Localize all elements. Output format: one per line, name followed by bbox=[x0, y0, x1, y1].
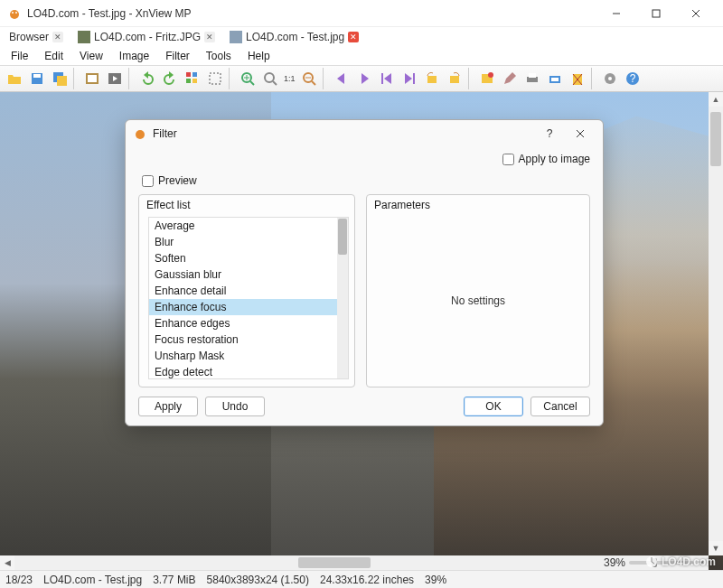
window-titlebar: LO4D.com - Test.jpg - XnView MP bbox=[0, 0, 723, 27]
undo-icon[interactable] bbox=[136, 68, 158, 89]
menu-tools[interactable]: Tools bbox=[199, 48, 239, 64]
dialog-title: Filter bbox=[153, 127, 534, 140]
close-tab-icon[interactable]: ✕ bbox=[348, 32, 359, 42]
tab-test[interactable]: LO4D.com - Test.jpg ✕ bbox=[224, 28, 364, 46]
preview-checkbox[interactable]: Preview bbox=[142, 174, 590, 187]
dialog-help-button[interactable]: ? bbox=[534, 122, 565, 145]
tab-label: LO4D.com - Test.jpg bbox=[246, 31, 344, 43]
zoom-in-icon[interactable] bbox=[237, 68, 258, 89]
list-item[interactable]: Edge detect bbox=[149, 364, 337, 378]
watermark: LO4D.com bbox=[645, 555, 716, 568]
svg-line-29 bbox=[312, 81, 315, 85]
batch-convert-icon[interactable] bbox=[476, 68, 498, 89]
list-item[interactable]: Enhance detail bbox=[149, 283, 337, 299]
prev-image-icon[interactable] bbox=[331, 68, 352, 89]
svg-rect-18 bbox=[192, 72, 197, 77]
status-filename: LO4D.com - Test.jpg bbox=[43, 574, 142, 586]
scroll-thumb[interactable] bbox=[338, 219, 347, 255]
menu-file[interactable]: File bbox=[4, 48, 35, 64]
document-tabbar: Browser ✕ LO4D.com - Fritz.JPG ✕ LO4D.co… bbox=[0, 27, 723, 47]
svg-point-2 bbox=[15, 12, 17, 14]
minimize-button[interactable] bbox=[596, 1, 636, 26]
apply-to-image-input[interactable] bbox=[502, 154, 514, 165]
color-palette-icon[interactable] bbox=[182, 68, 203, 89]
first-image-icon[interactable] bbox=[376, 68, 398, 89]
apply-button[interactable]: Apply bbox=[138, 397, 198, 416]
scroll-left-icon[interactable]: ◀ bbox=[0, 555, 14, 570]
effect-list-scrollbar[interactable] bbox=[337, 218, 348, 378]
status-zoom: 39% bbox=[425, 574, 446, 586]
menu-help[interactable]: Help bbox=[240, 48, 277, 64]
scroll-down-icon[interactable]: ▼ bbox=[709, 541, 723, 555]
menu-view[interactable]: View bbox=[72, 48, 110, 64]
close-button[interactable] bbox=[676, 1, 716, 26]
scroll-thumb[interactable] bbox=[298, 557, 371, 568]
save-icon[interactable] bbox=[26, 68, 48, 89]
image-thumb-icon bbox=[230, 31, 242, 43]
scan-icon[interactable] bbox=[544, 68, 566, 89]
menu-image[interactable]: Image bbox=[112, 48, 156, 64]
cancel-button[interactable]: Cancel bbox=[531, 397, 590, 416]
crop-icon[interactable] bbox=[204, 68, 226, 89]
last-image-icon[interactable] bbox=[399, 68, 420, 89]
next-image-icon[interactable] bbox=[353, 68, 375, 89]
save-as-icon[interactable] bbox=[49, 68, 70, 89]
list-item[interactable]: Focus restoration bbox=[149, 331, 337, 348]
list-item[interactable]: Unsharp Mask bbox=[149, 348, 337, 364]
redo-icon[interactable] bbox=[159, 68, 181, 89]
effect-list-panel: Effect list Average Blur Soften Gaussian… bbox=[138, 194, 355, 387]
settings-icon[interactable] bbox=[599, 68, 621, 89]
main-toolbar: 1:1 ? bbox=[0, 65, 723, 92]
slideshow-icon[interactable] bbox=[104, 68, 126, 89]
preview-input[interactable] bbox=[142, 175, 154, 187]
close-tab-icon[interactable]: ✕ bbox=[52, 32, 63, 42]
svg-text:?: ? bbox=[629, 72, 635, 85]
dialog-titlebar[interactable]: Filter ? bbox=[126, 120, 603, 147]
dialog-close-button[interactable] bbox=[565, 122, 596, 145]
svg-rect-17 bbox=[186, 72, 191, 77]
print-icon[interactable] bbox=[521, 68, 543, 89]
edit-icon[interactable] bbox=[499, 68, 521, 89]
tab-label: LO4D.com - Fritz.JPG bbox=[94, 31, 201, 43]
svg-rect-4 bbox=[653, 10, 660, 17]
undo-button[interactable]: Undo bbox=[205, 397, 265, 416]
svg-rect-19 bbox=[186, 79, 191, 83]
parameters-panel: Parameters No settings bbox=[366, 194, 590, 387]
delete-icon[interactable] bbox=[567, 68, 588, 89]
scroll-up-icon[interactable]: ▲ bbox=[709, 92, 723, 107]
image-thumb-icon bbox=[78, 31, 90, 43]
ok-button[interactable]: OK bbox=[464, 397, 523, 416]
close-tab-icon[interactable]: ✕ bbox=[204, 32, 215, 42]
no-settings-text: No settings bbox=[451, 294, 505, 307]
maximize-button[interactable] bbox=[636, 1, 676, 26]
svg-point-40 bbox=[488, 72, 493, 78]
list-item[interactable]: Enhance focus bbox=[149, 299, 337, 315]
scroll-thumb[interactable] bbox=[710, 112, 721, 166]
svg-rect-12 bbox=[57, 76, 67, 86]
list-item[interactable]: Average bbox=[149, 218, 337, 234]
list-item[interactable]: Gaussian blur bbox=[149, 266, 337, 283]
menu-filter[interactable]: Filter bbox=[158, 48, 197, 64]
rotate-left-icon[interactable] bbox=[421, 68, 443, 89]
list-item[interactable]: Soften bbox=[149, 250, 337, 266]
svg-marker-41 bbox=[504, 72, 516, 84]
fullscreen-icon[interactable] bbox=[81, 68, 103, 89]
zoom-fit-icon[interactable] bbox=[259, 68, 281, 89]
parameters-body: No settings bbox=[367, 215, 589, 387]
list-item[interactable]: Enhance edges bbox=[149, 315, 337, 331]
effect-list[interactable]: Average Blur Soften Gaussian blur Enhanc… bbox=[149, 218, 337, 378]
apply-to-image-checkbox[interactable]: Apply to image bbox=[502, 153, 590, 165]
list-item[interactable]: Blur bbox=[149, 234, 337, 250]
rotate-right-icon[interactable] bbox=[444, 68, 465, 89]
svg-line-27 bbox=[273, 81, 277, 85]
zoom-out-icon[interactable] bbox=[298, 68, 320, 89]
tab-browser[interactable]: Browser ✕ bbox=[4, 28, 69, 46]
open-file-icon[interactable] bbox=[4, 68, 25, 89]
svg-marker-32 bbox=[362, 73, 369, 84]
status-dimensions: 5840x3893x24 (1.50) bbox=[207, 574, 309, 586]
vertical-scrollbar[interactable]: ▲ ▼ bbox=[709, 92, 723, 555]
svg-rect-45 bbox=[551, 78, 559, 81]
help-icon[interactable]: ? bbox=[622, 68, 643, 89]
tab-fritz[interactable]: LO4D.com - Fritz.JPG ✕ bbox=[72, 28, 221, 46]
menu-edit[interactable]: Edit bbox=[37, 48, 70, 64]
